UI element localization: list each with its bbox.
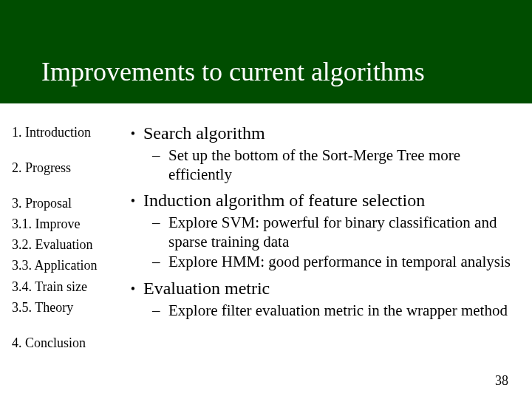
bullet-icon: •: [123, 123, 143, 145]
outline-item-proposal: 3. Proposal: [12, 194, 117, 213]
bullet-evaluation-metric: • Evaluation metric: [123, 278, 520, 300]
slide-title: Improvements to current algorithms: [41, 56, 425, 87]
content-area: • Search algorithm – Set up the bottom o…: [123, 123, 520, 354]
outline-item-introduction: 1. Introduction: [12, 123, 117, 142]
dash-icon: –: [152, 301, 168, 321]
subbullet-text: Explore filter evaluation metric in the …: [168, 301, 520, 321]
title-band: Improvements to current algorithms: [0, 0, 532, 103]
bullet-induction-algorithm: • Induction algorithm of feature selecti…: [123, 190, 520, 212]
body-area: 1. Introduction 2. Progress 3. Proposal …: [0, 103, 532, 354]
outline-item-theory: 3.5. Theory: [12, 298, 117, 317]
slide: Improvements to current algorithms 1. In…: [0, 0, 532, 399]
bullet-icon: •: [123, 190, 143, 212]
dash-icon: –: [152, 253, 168, 272]
outline-item-evaluation: 3.2. Evaluation: [12, 235, 117, 254]
subbullet-text: Explore HMM: good performance in tempora…: [168, 253, 520, 272]
subbullet-text: Explore SVM: powerful for binary classif…: [168, 214, 520, 251]
dash-icon: –: [152, 146, 168, 184]
bullet-search-algorithm: • Search algorithm: [123, 123, 520, 145]
subbullet-svm: – Explore SVM: powerful for binary class…: [123, 214, 520, 251]
bullet-icon: •: [123, 278, 143, 300]
page-number: 38: [495, 373, 508, 389]
outline-item-application: 3.3. Application: [12, 256, 117, 275]
subbullet-filter-metric: – Explore filter evaluation metric in th…: [123, 301, 520, 321]
subbullet-sort-merge: – Set up the bottom of the Sort-Merge Tr…: [123, 146, 520, 184]
dash-icon: –: [152, 214, 168, 251]
bullet-text: Search algorithm: [143, 123, 520, 145]
bullet-text: Evaluation metric: [143, 278, 520, 300]
subbullet-hmm: – Explore HMM: good performance in tempo…: [123, 253, 520, 272]
subbullet-text: Set up the bottom of the Sort-Merge Tree…: [168, 146, 520, 184]
bullet-text: Induction algorithm of feature selection: [143, 190, 520, 212]
outline-item-improve: 3.1. Improve: [12, 214, 117, 233]
outline-item-progress: 2. Progress: [12, 158, 117, 177]
outline-sidebar: 1. Introduction 2. Progress 3. Proposal …: [12, 123, 123, 354]
outline-item-conclusion: 4. Conclusion: [12, 333, 117, 352]
outline-item-train-size: 3.4. Train size: [12, 277, 117, 296]
